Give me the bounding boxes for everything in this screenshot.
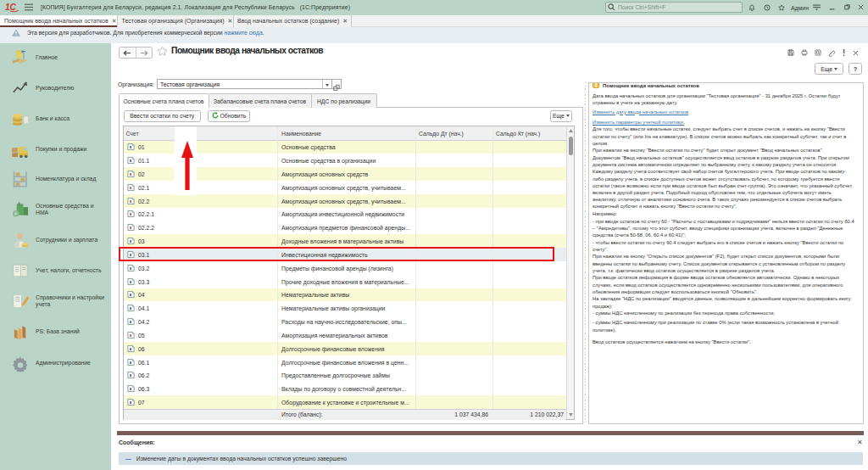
svg-text:1С: 1С	[5, 3, 17, 12]
